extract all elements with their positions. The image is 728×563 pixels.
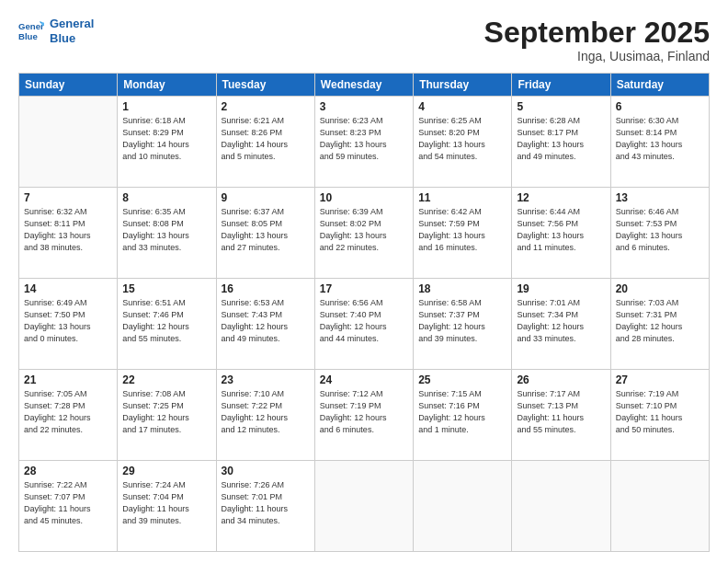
calendar-cell: 29Sunrise: 7:24 AM Sunset: 7:04 PM Dayli… xyxy=(118,461,216,552)
calendar-cell: 23Sunrise: 7:10 AM Sunset: 7:22 PM Dayli… xyxy=(216,370,314,461)
day-number: 6 xyxy=(616,100,704,113)
subtitle: Inga, Uusimaa, Finland xyxy=(484,49,710,63)
calendar-cell: 2Sunrise: 6:21 AM Sunset: 8:26 PM Daylig… xyxy=(216,97,314,188)
calendar-cell: 3Sunrise: 6:23 AM Sunset: 8:23 PM Daylig… xyxy=(314,97,413,188)
day-detail: Sunrise: 7:24 AM Sunset: 7:04 PM Dayligh… xyxy=(122,479,210,527)
calendar-cell: 7Sunrise: 6:32 AM Sunset: 8:11 PM Daylig… xyxy=(19,188,118,279)
calendar-cell xyxy=(414,461,512,552)
day-number: 12 xyxy=(517,191,605,204)
day-detail: Sunrise: 7:26 AM Sunset: 7:01 PM Dayligh… xyxy=(222,479,310,527)
day-number: 24 xyxy=(320,373,408,386)
logo-line2: Blue xyxy=(50,31,94,46)
weekday-header-cell: Tuesday xyxy=(216,74,314,97)
calendar-cell xyxy=(19,97,118,188)
calendar-cell: 11Sunrise: 6:42 AM Sunset: 7:59 PM Dayli… xyxy=(414,188,512,279)
day-detail: Sunrise: 6:49 AM Sunset: 7:50 PM Dayligh… xyxy=(24,297,112,345)
day-number: 25 xyxy=(418,373,506,386)
day-detail: Sunrise: 7:19 AM Sunset: 7:10 PM Dayligh… xyxy=(616,388,704,436)
calendar-body: 1Sunrise: 6:18 AM Sunset: 8:29 PM Daylig… xyxy=(19,97,710,552)
day-number: 28 xyxy=(24,465,112,477)
svg-text:Blue: Blue xyxy=(18,30,38,40)
calendar-cell: 22Sunrise: 7:08 AM Sunset: 7:25 PM Dayli… xyxy=(118,370,216,461)
day-number: 7 xyxy=(24,191,112,204)
day-number: 15 xyxy=(122,282,210,295)
calendar-cell: 9Sunrise: 6:37 AM Sunset: 8:05 PM Daylig… xyxy=(216,188,314,279)
day-number: 3 xyxy=(320,100,408,113)
day-detail: Sunrise: 6:25 AM Sunset: 8:20 PM Dayligh… xyxy=(418,115,506,163)
day-detail: Sunrise: 6:35 AM Sunset: 8:08 PM Dayligh… xyxy=(122,206,210,254)
calendar: SundayMondayTuesdayWednesdayThursdayFrid… xyxy=(18,73,710,552)
week-row: 21Sunrise: 7:05 AM Sunset: 7:28 PM Dayli… xyxy=(19,370,710,461)
calendar-cell: 1Sunrise: 6:18 AM Sunset: 8:29 PM Daylig… xyxy=(118,97,216,188)
day-number: 2 xyxy=(222,100,310,113)
calendar-cell: 5Sunrise: 6:28 AM Sunset: 8:17 PM Daylig… xyxy=(512,97,610,188)
calendar-cell: 12Sunrise: 6:44 AM Sunset: 7:56 PM Dayli… xyxy=(512,188,610,279)
calendar-cell: 27Sunrise: 7:19 AM Sunset: 7:10 PM Dayli… xyxy=(610,370,709,461)
day-number: 4 xyxy=(418,100,506,113)
day-detail: Sunrise: 6:58 AM Sunset: 7:37 PM Dayligh… xyxy=(418,297,506,345)
day-detail: Sunrise: 7:15 AM Sunset: 7:16 PM Dayligh… xyxy=(418,388,506,436)
calendar-cell xyxy=(610,461,709,552)
day-detail: Sunrise: 7:10 AM Sunset: 7:22 PM Dayligh… xyxy=(222,388,310,436)
day-detail: Sunrise: 7:17 AM Sunset: 7:13 PM Dayligh… xyxy=(517,388,605,436)
week-row: 7Sunrise: 6:32 AM Sunset: 8:11 PM Daylig… xyxy=(19,188,710,279)
day-number: 23 xyxy=(222,373,310,386)
day-number: 9 xyxy=(222,191,310,204)
day-detail: Sunrise: 6:30 AM Sunset: 8:14 PM Dayligh… xyxy=(616,115,704,163)
day-detail: Sunrise: 6:44 AM Sunset: 7:56 PM Dayligh… xyxy=(517,206,605,254)
day-detail: Sunrise: 6:23 AM Sunset: 8:23 PM Dayligh… xyxy=(320,115,408,163)
calendar-cell: 4Sunrise: 6:25 AM Sunset: 8:20 PM Daylig… xyxy=(414,97,512,188)
weekday-header-cell: Sunday xyxy=(19,74,118,97)
day-detail: Sunrise: 6:37 AM Sunset: 8:05 PM Dayligh… xyxy=(222,206,310,254)
day-detail: Sunrise: 6:21 AM Sunset: 8:26 PM Dayligh… xyxy=(222,115,310,163)
day-number: 17 xyxy=(320,282,408,295)
header: General Blue General Blue September 2025… xyxy=(18,17,710,63)
day-number: 10 xyxy=(320,191,408,204)
day-detail: Sunrise: 7:08 AM Sunset: 7:25 PM Dayligh… xyxy=(122,388,210,436)
logo: General Blue General Blue xyxy=(18,17,94,45)
day-number: 30 xyxy=(222,465,310,477)
calendar-cell xyxy=(512,461,610,552)
day-detail: Sunrise: 7:22 AM Sunset: 7:07 PM Dayligh… xyxy=(24,479,112,527)
day-detail: Sunrise: 7:01 AM Sunset: 7:34 PM Dayligh… xyxy=(517,297,605,345)
week-row: 28Sunrise: 7:22 AM Sunset: 7:07 PM Dayli… xyxy=(19,461,710,552)
day-number: 13 xyxy=(616,191,704,204)
weekday-header-cell: Friday xyxy=(512,74,610,97)
weekday-header-cell: Monday xyxy=(118,74,216,97)
calendar-cell: 30Sunrise: 7:26 AM Sunset: 7:01 PM Dayli… xyxy=(216,461,314,552)
logo-icon: General Blue xyxy=(18,18,44,44)
calendar-cell: 24Sunrise: 7:12 AM Sunset: 7:19 PM Dayli… xyxy=(314,370,413,461)
day-number: 21 xyxy=(24,373,112,386)
calendar-cell: 6Sunrise: 6:30 AM Sunset: 8:14 PM Daylig… xyxy=(610,97,709,188)
calendar-cell: 19Sunrise: 7:01 AM Sunset: 7:34 PM Dayli… xyxy=(512,279,610,370)
day-detail: Sunrise: 6:32 AM Sunset: 8:11 PM Dayligh… xyxy=(24,206,112,254)
day-number: 22 xyxy=(122,373,210,386)
day-number: 14 xyxy=(24,282,112,295)
day-number: 26 xyxy=(517,373,605,386)
calendar-cell: 13Sunrise: 6:46 AM Sunset: 7:53 PM Dayli… xyxy=(610,188,709,279)
calendar-cell: 18Sunrise: 6:58 AM Sunset: 7:37 PM Dayli… xyxy=(414,279,512,370)
day-detail: Sunrise: 6:18 AM Sunset: 8:29 PM Dayligh… xyxy=(122,115,210,163)
calendar-cell: 16Sunrise: 6:53 AM Sunset: 7:43 PM Dayli… xyxy=(216,279,314,370)
day-number: 5 xyxy=(517,100,605,113)
day-detail: Sunrise: 6:53 AM Sunset: 7:43 PM Dayligh… xyxy=(222,297,310,345)
day-detail: Sunrise: 6:42 AM Sunset: 7:59 PM Dayligh… xyxy=(418,206,506,254)
weekday-header: SundayMondayTuesdayWednesdayThursdayFrid… xyxy=(19,74,710,97)
calendar-cell: 10Sunrise: 6:39 AM Sunset: 8:02 PM Dayli… xyxy=(314,188,413,279)
day-number: 18 xyxy=(418,282,506,295)
day-detail: Sunrise: 6:56 AM Sunset: 7:40 PM Dayligh… xyxy=(320,297,408,345)
weekday-header-cell: Saturday xyxy=(610,74,709,97)
day-number: 29 xyxy=(122,465,210,477)
weekday-header-cell: Wednesday xyxy=(314,74,413,97)
day-number: 8 xyxy=(122,191,210,204)
day-detail: Sunrise: 6:51 AM Sunset: 7:46 PM Dayligh… xyxy=(122,297,210,345)
day-detail: Sunrise: 6:39 AM Sunset: 8:02 PM Dayligh… xyxy=(320,206,408,254)
day-detail: Sunrise: 6:28 AM Sunset: 8:17 PM Dayligh… xyxy=(517,115,605,163)
title-block: September 2025 Inga, Uusimaa, Finland xyxy=(484,17,710,63)
day-detail: Sunrise: 7:05 AM Sunset: 7:28 PM Dayligh… xyxy=(24,388,112,436)
calendar-cell: 26Sunrise: 7:17 AM Sunset: 7:13 PM Dayli… xyxy=(512,370,610,461)
calendar-cell: 17Sunrise: 6:56 AM Sunset: 7:40 PM Dayli… xyxy=(314,279,413,370)
day-detail: Sunrise: 7:12 AM Sunset: 7:19 PM Dayligh… xyxy=(320,388,408,436)
logo-line1: General xyxy=(50,17,94,31)
day-number: 19 xyxy=(517,282,605,295)
